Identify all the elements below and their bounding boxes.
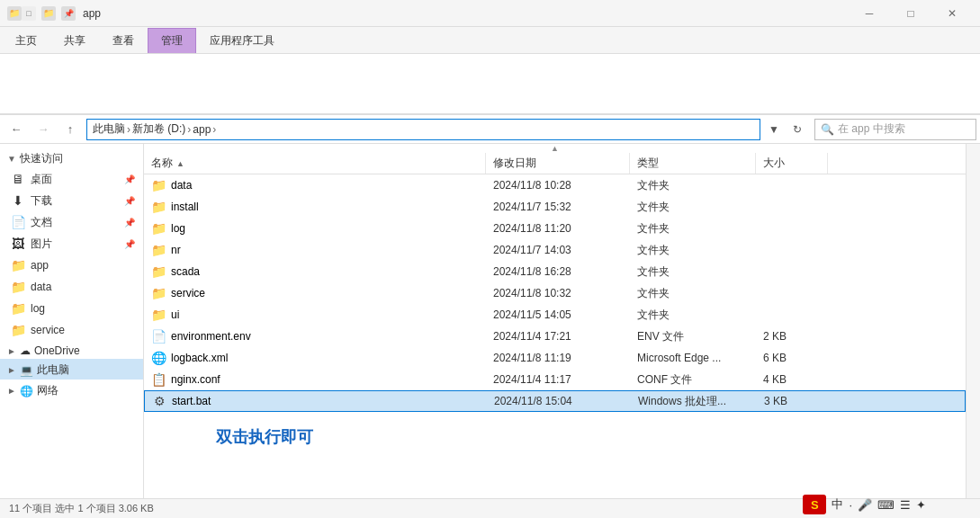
file-name-cell: 🌐 logback.xml — [144, 351, 486, 365]
path-computer[interactable]: 此电脑 — [93, 121, 125, 137]
ime-menu-icon[interactable]: ☰ — [900, 498, 911, 512]
onedrive-icon: ☁ — [20, 344, 31, 357]
file-type: 文件夹 — [630, 239, 756, 261]
search-box[interactable]: 🔍 在 app 中搜索 — [814, 119, 976, 140]
window-title: app — [83, 7, 101, 20]
forward-button[interactable]: → — [31, 118, 56, 141]
sidebar-item-service[interactable]: 📁 service — [0, 319, 143, 341]
pictures-icon: 🖼 — [11, 237, 25, 251]
file-type: 文件夹 — [630, 261, 756, 282]
tab-app-tools[interactable]: 应用程序工具 — [196, 28, 288, 53]
up-button[interactable]: ↑ — [58, 118, 83, 141]
maximize-button[interactable]: □ — [890, 0, 931, 27]
file-type: 文件夹 — [630, 218, 756, 239]
sidebar-item-pictures[interactable]: 🖼 图片 📌 — [0, 233, 143, 255]
ime-keyboard-icon[interactable]: ⌨ — [877, 498, 895, 512]
table-row[interactable]: 📋 nginx.conf 2024/11/4 11:17 CONF 文件 4 K… — [144, 369, 966, 390]
path-drive[interactable]: 新加卷 (D:) — [132, 121, 185, 137]
file-name: logback.xml — [171, 352, 228, 364]
sidebar-desktop-label: 桌面 — [31, 172, 118, 187]
col-header-size[interactable]: 大小 — [756, 153, 828, 174]
folder-icon: 📁 — [151, 286, 166, 300]
refresh-button[interactable]: ↻ — [786, 118, 809, 141]
table-row[interactable]: 📁 data 2024/11/8 10:28 文件夹 — [144, 174, 966, 196]
file-date: 2024/11/8 10:28 — [486, 174, 630, 196]
callout-area: 双击执行即可 — [144, 412, 966, 448]
file-size — [756, 304, 828, 326]
table-row[interactable]: 📁 scada 2024/11/8 16:28 文件夹 — [144, 261, 966, 282]
sidebar: ▼ 快速访问 🖥 桌面 📌 ⬇ 下载 📌 📄 文档 📌 🖼 图片 📌 📁 app — [0, 144, 144, 498]
sidebar-item-data[interactable]: 📁 data — [0, 276, 143, 298]
table-row[interactable]: 📁 install 2024/11/7 15:32 文件夹 — [144, 196, 966, 218]
file-date: 2024/11/8 11:19 — [486, 347, 630, 369]
table-row[interactable]: 📄 environment.env 2024/11/4 17:21 ENV 文件… — [144, 326, 966, 347]
main-content: ▼ 快速访问 🖥 桌面 📌 ⬇ 下载 📌 📄 文档 📌 🖼 图片 📌 📁 app — [0, 144, 980, 498]
sidebar-item-app[interactable]: 📁 app — [0, 255, 143, 276]
folder-log-icon: 📁 — [11, 301, 25, 316]
file-size — [756, 174, 828, 196]
ime-special-icon[interactable]: ✦ — [916, 498, 926, 512]
ime-logo[interactable]: S — [803, 495, 826, 514]
ime-dot-icon[interactable]: · — [849, 498, 852, 512]
network-label: 网络 — [37, 383, 58, 398]
search-icon: 🔍 — [821, 123, 834, 136]
table-row[interactable]: 📁 service 2024/11/8 10:32 文件夹 — [144, 282, 966, 304]
file-name: service — [171, 287, 205, 299]
table-row-selected[interactable]: ⚙ start.bat 2024/11/8 15:04 Windows 批处理.… — [144, 390, 966, 412]
sidebar-header-network[interactable]: ► 🌐 网络 — [0, 380, 143, 400]
network-icon: 🌐 — [20, 385, 33, 397]
file-date: 2024/11/5 14:05 — [486, 304, 630, 326]
sidebar-item-desktop[interactable]: 🖥 桌面 📌 — [0, 168, 143, 190]
table-row[interactable]: 📁 ui 2024/11/5 14:05 文件夹 — [144, 304, 966, 326]
ime-zh-icon[interactable]: 中 — [832, 496, 843, 513]
sidebar-header-thispc[interactable]: ► 💻 此电脑 — [0, 359, 143, 380]
download-icon: ⬇ — [11, 193, 25, 208]
ime-mic-icon[interactable]: 🎤 — [858, 498, 872, 512]
folder-icon: 📁 — [151, 178, 166, 192]
tab-view[interactable]: 查看 — [99, 28, 148, 53]
col-header-type[interactable]: 类型 — [630, 153, 756, 174]
table-row[interactable]: 📁 nr 2024/11/7 14:03 文件夹 — [144, 239, 966, 261]
file-date: 2024/11/7 15:32 — [486, 196, 630, 218]
right-scrollbar[interactable] — [966, 144, 980, 498]
pin-icon: 📌 — [123, 173, 136, 185]
sidebar-item-log[interactable]: 📁 log — [0, 298, 143, 319]
pin-icon-2: 📌 — [123, 194, 136, 207]
file-name-cell: 📄 environment.env — [144, 329, 486, 344]
env-icon: 📄 — [151, 329, 166, 344]
sidebar-item-downloads[interactable]: ⬇ 下载 📌 — [0, 190, 143, 211]
table-row[interactable]: 📁 log 2024/11/8 11:20 文件夹 — [144, 218, 966, 239]
file-name: start.bat — [172, 395, 211, 407]
file-name-cell: 📁 scada — [144, 264, 486, 279]
desktop-icon: 🖥 — [11, 172, 25, 186]
ribbon — [0, 54, 980, 115]
close-button[interactable]: ✕ — [931, 0, 973, 27]
sort-arrow-icon: ▲ — [176, 159, 184, 168]
sidebar-header-onedrive[interactable]: ► ☁ OneDrive — [0, 341, 143, 359]
address-path[interactable]: 此电脑 › 新加卷 (D:) › app › — [86, 119, 760, 140]
file-name: ui — [171, 308, 179, 321]
file-name: environment.env — [171, 330, 251, 343]
tab-share[interactable]: 共享 — [50, 28, 99, 53]
col-header-name[interactable]: 名称 ▲ — [144, 153, 486, 174]
sidebar-downloads-label: 下载 — [31, 193, 118, 209]
ime-bar: S 中 · 🎤 ⌨ ☰ ✦ — [803, 495, 926, 514]
sidebar-item-docs[interactable]: 📄 文档 📌 — [0, 211, 143, 233]
sidebar-header-quick-access[interactable]: ▼ 快速访问 — [0, 147, 143, 168]
file-size — [756, 261, 828, 282]
file-date: 2024/11/4 11:17 — [486, 369, 630, 390]
folder-icon2: 📁 — [41, 6, 56, 21]
minimize-button[interactable]: ─ — [849, 0, 890, 27]
path-app[interactable]: app — [193, 123, 211, 136]
folder-icon: 📁 — [151, 200, 166, 214]
file-name: data — [171, 179, 192, 192]
back-button[interactable]: ← — [4, 118, 29, 141]
file-date: 2024/11/8 11:20 — [486, 218, 630, 239]
tab-manage[interactable]: 管理 — [148, 28, 196, 53]
address-dropdown[interactable]: ▼ — [764, 119, 784, 140]
sidebar-service-label: service — [31, 324, 136, 336]
col-header-date[interactable]: 修改日期 — [486, 153, 630, 174]
table-row[interactable]: 🌐 logback.xml 2024/11/8 11:19 Microsoft … — [144, 347, 966, 369]
file-date: 2024/11/4 17:21 — [486, 326, 630, 347]
tab-home[interactable]: 主页 — [2, 28, 50, 53]
